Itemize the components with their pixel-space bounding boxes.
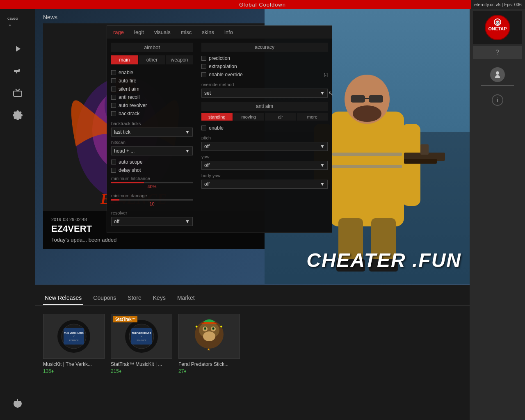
hitscan-dropdown[interactable]: head + ... ▼ <box>111 146 193 155</box>
left-sidebar: CS:GO ★ <box>0 9 35 420</box>
min-damage-track[interactable] <box>111 199 193 201</box>
min-hitchance-track[interactable] <box>111 182 193 183</box>
gun-icon[interactable] <box>9 62 26 80</box>
tab-market[interactable]: Market <box>176 291 196 305</box>
prediction-checkbox[interactable] <box>201 56 206 61</box>
anti-recoil-checkbox[interactable] <box>111 95 116 100</box>
svg-text:★: ★ <box>9 24 11 27</box>
delay-shot-checkbox[interactable] <box>111 168 116 173</box>
user-divider <box>481 85 514 86</box>
backtrack-ticks-dropdown[interactable]: last tick ▼ <box>111 128 193 137</box>
body-yaw-dropdown[interactable]: off ▼ <box>201 180 328 189</box>
news-description: Today's upda... been added <box>51 237 301 243</box>
help-button[interactable]: ? <box>473 46 522 59</box>
antiaim-header: anti aim <box>201 102 328 111</box>
svg-text:★: ★ <box>207 348 210 352</box>
tv-icon[interactable] <box>9 84 26 102</box>
svg-rect-3 <box>18 69 20 71</box>
shop-item-price-2: 215♦ <box>111 368 172 374</box>
antiaim-tab-standing[interactable]: standing <box>201 113 233 121</box>
svg-rect-5 <box>14 91 22 96</box>
extrapolation-label: extrapolation <box>209 64 237 69</box>
shop-item-1[interactable]: THE VERKKARS V EZ4ENCE MusicKit | The Ve… <box>43 314 105 374</box>
tab-main[interactable]: main <box>111 55 138 64</box>
nav-rage[interactable]: rage <box>111 28 126 37</box>
play-icon[interactable] <box>9 40 26 57</box>
aimbot-header: aimbot <box>111 43 193 52</box>
nav-visuals[interactable]: visuals <box>152 28 173 37</box>
anti-recoil-label: anti recoil <box>119 94 139 100</box>
shop-item-2[interactable]: StatTrak™ THE VERKKARS V EZ4ENCE StatTra… <box>111 314 172 374</box>
shop-item-price-3: 27♦ <box>178 368 240 374</box>
settings-icon[interactable] <box>9 107 26 124</box>
hitscan-value: head + ... <box>114 148 135 154</box>
nav-skins[interactable]: skins <box>200 28 216 37</box>
antiaim-tab-air[interactable]: air <box>265 113 296 121</box>
prediction-row: prediction <box>201 54 328 62</box>
csgo-logo: CS:GO ★ <box>5 13 30 30</box>
override-method-label: override method <box>201 82 328 87</box>
nav-info[interactable]: info <box>222 28 235 37</box>
extrapolation-checkbox[interactable] <box>201 64 206 69</box>
delay-shot-label: delay shot <box>119 167 141 173</box>
info-icon[interactable]: i <box>492 94 503 106</box>
min-hitchance-fill <box>111 182 144 183</box>
pitch-dropdown[interactable]: off ▼ <box>201 142 328 151</box>
auto-scope-checkbox[interactable] <box>111 160 116 164</box>
silent-aim-row: silent aim <box>111 85 193 93</box>
delay-shot-row: delay shot <box>111 166 193 174</box>
main-content: News <box>35 9 470 420</box>
resolver-dropdown[interactable]: off ▼ <box>111 217 193 226</box>
auto-revolver-label: auto revolver <box>119 103 147 108</box>
tab-other[interactable]: other <box>139 55 165 64</box>
antiaim-tab-moving[interactable]: moving <box>233 113 265 121</box>
svg-rect-33 <box>420 144 429 155</box>
cheat-menu: rage legit visuals misc skins info aimbo… <box>107 25 332 233</box>
svg-rect-34 <box>404 159 437 164</box>
power-icon[interactable] <box>9 395 26 412</box>
enable-row: enable <box>111 68 193 77</box>
shop-item-image-3: ✦ ✦ ★ <box>178 314 240 359</box>
enable-checkbox[interactable] <box>111 70 116 75</box>
antiaim-enable-checkbox[interactable] <box>201 126 206 130</box>
tab-weapon[interactable]: weapon <box>166 55 193 64</box>
tab-new-releases[interactable]: New Releases <box>43 291 83 305</box>
auto-fire-label: auto fire <box>119 78 136 84</box>
shop-items: THE VERKKARS V EZ4ENCE MusicKit | The Ve… <box>35 306 470 382</box>
accuracy-section: accuracy prediction extrapolation enable… <box>201 43 328 98</box>
enable-override-checkbox[interactable] <box>201 72 206 77</box>
min-hitchance-label: minimum hitchance <box>111 176 193 181</box>
resolver-label: resolver <box>111 210 193 215</box>
onetap-logo: ONETAP 💀 <box>473 11 522 44</box>
tab-coupons[interactable]: Coupons <box>91 291 118 305</box>
dropdown-arrow: ▼ <box>185 129 190 135</box>
right-sidebar: ONETAP 💀 ? i <box>470 9 525 420</box>
tab-store[interactable]: Store <box>126 291 143 305</box>
antiaim-tab-more[interactable]: more <box>297 113 328 121</box>
auto-fire-checkbox[interactable] <box>111 78 116 83</box>
hitscan-label: hitscan <box>111 140 193 145</box>
nav-legit[interactable]: legit <box>132 28 146 37</box>
svg-text:💀: 💀 <box>495 20 500 25</box>
tab-keys[interactable]: Keys <box>151 291 167 305</box>
body-yaw-arrow: ▼ <box>320 181 325 187</box>
body-yaw-value: off <box>204 181 210 187</box>
auto-revolver-checkbox[interactable] <box>111 103 116 108</box>
nav-misc[interactable]: misc <box>179 28 194 37</box>
hitscan-arrow: ▼ <box>185 148 190 154</box>
silent-aim-checkbox[interactable] <box>111 87 116 91</box>
user-section <box>481 67 514 86</box>
yaw-dropdown[interactable]: off ▼ <box>201 161 328 170</box>
antiaim-enable-label: enable <box>209 125 224 131</box>
min-hitchance-value: 40% <box>111 184 193 189</box>
svg-text:CS:GO: CS:GO <box>7 17 18 21</box>
shop-item-3[interactable]: ✦ ✦ ★ Feral Predators Stick... 27♦ <box>178 314 240 374</box>
backtrack-checkbox[interactable] <box>111 111 116 116</box>
cheater-brand: CHEATER .FUN <box>306 249 461 272</box>
svg-point-67 <box>205 328 206 329</box>
svg-text:EZ4ENCE: EZ4ENCE <box>69 339 79 342</box>
override-method-dropdown[interactable]: set ▼ ↖ <box>201 89 328 98</box>
min-damage-label: minimum damage <box>111 193 193 198</box>
enable-override-row: enable override [-] <box>201 71 328 79</box>
shop-section: New Releases Coupons Store Keys Market <box>35 285 470 420</box>
